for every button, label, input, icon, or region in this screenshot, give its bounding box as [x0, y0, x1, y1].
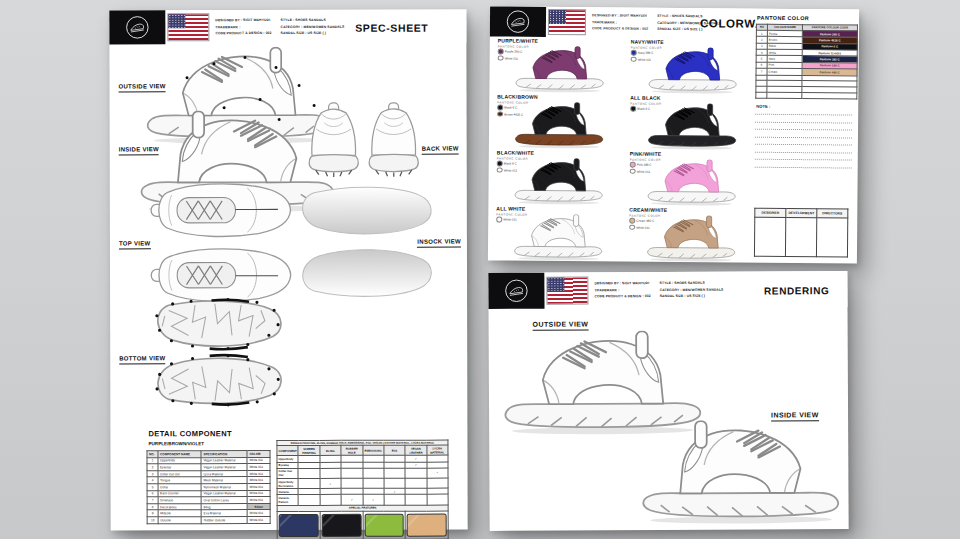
colorway-shoe-illustration — [630, 47, 755, 95]
colorway-card: NAVY/WHITEPANTONE COLORNavy 286 CWhite 0… — [630, 39, 755, 96]
meta-designed-by: DESIGNED BY : SIGIT WAHYUDI — [592, 14, 648, 19]
material-swatch — [407, 513, 447, 536]
bottom-view-illustration — [148, 353, 288, 407]
brand-shoe-logo-icon — [505, 9, 531, 35]
matrix-row: Outsole Pattern✓✓ — [277, 494, 448, 505]
colorway-name: ALL BLACK — [630, 95, 755, 102]
brand-shoe-logo-icon — [503, 278, 529, 304]
colorways-grid: PURPLE/WHITEPANTONE COLORPurple 260 CWhi… — [496, 37, 756, 263]
colorway-name: PURPLE/WHITE — [498, 37, 623, 44]
material-matrix-table: SCREEN PRINTING, BLING, RUBBER HOLE, EMB… — [276, 440, 448, 539]
meta-category: CATEGORY : MEN/WOMEN SANDALS — [660, 287, 724, 292]
top-view-illustration — [148, 178, 294, 242]
material-swatch — [279, 514, 319, 537]
specsheet-title: SPEC-SHEET — [355, 22, 428, 34]
colorway-card: CREAM/WHITEPANTONE COLORCream 480 CWhite… — [629, 207, 754, 264]
pantone-table: NOCOLOUR NAMEPANTONE COLOUR CODE1PurpleP… — [755, 23, 858, 100]
material-swatch — [321, 513, 361, 536]
meta-trademark: TRADEMARK : — [594, 288, 650, 293]
colorway-card: ALL BLACKPANTONE COLORBlack 6 C — [630, 95, 755, 152]
us-flag-icon — [549, 10, 585, 34]
component-row: 10OutsoleRubber OutsoleWhite 011 — [147, 516, 270, 523]
detail-component-heading: DETAIL COMPONENT — [148, 429, 232, 438]
rendering-inside-shoe — [637, 419, 843, 526]
detail-colorway-subheading: PURPLE/BROWN/VIOLET — [148, 441, 204, 446]
back-view-illustration — [366, 96, 422, 186]
colorway-card: BLACK/BROWNPANTONE COLORBlack 6 CBrown 4… — [497, 93, 622, 150]
colorway-shoe-illustration — [497, 101, 622, 149]
insock-view-illustration — [292, 181, 438, 241]
note-lines — [754, 111, 852, 208]
specsheet-page: DESIGNED BY : SIGIT WAHYUDI TRADEMARK : … — [109, 10, 467, 531]
brand-shoe-logo-icon — [124, 14, 150, 40]
meta-designed-by: DESIGNED BY : SIGIT WAHYUDI — [215, 18, 271, 23]
colorway-name: NAVY/WHITE — [631, 39, 756, 46]
meta-style: STYLE : SHOES SANDALS — [660, 281, 724, 286]
header-meta: DESIGNED BY : SIGIT WAHYUDI TRADEMARK : … — [215, 18, 344, 36]
signoff-label: DEVELOPMENT — [786, 208, 817, 217]
presentation-background: DESIGNED BY : SIGIT WAHYUDI TRADEMARK : … — [0, 0, 960, 539]
matrix-row: Collar Cut Out✓ — [277, 468, 448, 479]
colorway-card: PINK/WHITEPANTONE COLORPink 189 CWhite 0… — [629, 151, 754, 208]
brand-bar — [490, 6, 546, 36]
meta-size: SANDAL SIZE : US SIZE ( ) — [281, 31, 345, 36]
rendering-page: DESIGNED BY : SIGIT WAHYUDI TRADEMARK : … — [488, 271, 848, 531]
rendering-outside-view-label: OUTSIDE VIEW — [533, 320, 589, 330]
meta-code-product: CODE PRODUCT & DESIGN : 002 — [594, 294, 650, 299]
meta-style: STYLE : SHOES SANDALS — [281, 18, 345, 23]
pantone-panel-title: PANTONE COLOR — [757, 15, 853, 22]
colorway-name: ALL WHITE — [496, 205, 621, 212]
us-flag-icon — [547, 277, 587, 303]
signoff-label: DESIGNER — [755, 208, 786, 217]
back-view-label: BACK VIEW — [422, 146, 459, 155]
meta-trademark: TRADEMARK : — [592, 20, 648, 25]
us-flag-icon — [168, 14, 208, 40]
colorway-shoe-illustration — [629, 215, 754, 263]
bottom-view-illustration — [148, 297, 288, 351]
brand-bar — [488, 273, 544, 309]
brand-bar — [109, 10, 165, 44]
colorway-card: PURPLE/WHITEPANTONE COLORPurple 260 CWhi… — [497, 37, 622, 94]
pantone-panel: PANTONE COLOR NOCOLOUR NAMEPANTONE COLOU… — [754, 13, 853, 260]
component-table: NO.COMPONENT NAMESPECIFICATIONCOLOR1Uppe… — [146, 450, 270, 524]
signoff-boxes: DESIGNERDEVELOPMENTDIRECTORS — [754, 208, 851, 258]
colorway-shoe-illustration — [497, 45, 622, 93]
signoff-space — [816, 218, 847, 257]
colorway-name: PINK/WHITE — [630, 151, 755, 158]
note-label: NOTE : — [756, 104, 852, 110]
colorways-page: DESIGNED BY : SIGIT WAHYUDI TRADEMARK : … — [488, 6, 859, 263]
signoff-space — [785, 217, 816, 256]
colorway-shoe-illustration — [629, 159, 754, 207]
meta-code-product: CODE PRODUCT & DESIGN : 002 — [215, 31, 271, 36]
meta-category: CATEGORY : MEN/WOMEN SANDALS — [281, 24, 345, 29]
signoff-label: DIRECTORS — [817, 209, 848, 218]
colorway-name: CREAM/WHITE — [629, 207, 754, 214]
signoff-space — [754, 217, 785, 256]
matrix-row: Upperbody Decoration✓ — [277, 478, 448, 489]
insock-view-illustration — [292, 243, 438, 303]
material-swatch — [364, 513, 404, 536]
back-view-illustration — [306, 96, 362, 186]
colorway-card: ALL WHITEPANTONE COLORWhite 011 — [496, 205, 621, 262]
meta-designed-by: DESIGNED BY : SIGIT WAHYUDI — [594, 281, 650, 286]
rendering-title: RENDERING — [764, 285, 829, 296]
colorway-shoe-illustration — [630, 103, 755, 151]
header-meta: DESIGNED BY : SIGIT WAHYUDI TRADEMARK : … — [594, 281, 723, 299]
top-view-label: TOP VIEW — [119, 240, 151, 249]
meta-trademark: TRADEMARK : — [215, 25, 271, 30]
colorway-card: BLACK/WHITEPANTONE COLORBlack 6 CWhite 0… — [496, 149, 621, 206]
meta-code-product: CODE PRODUCT & DESIGN : 002 — [592, 26, 648, 31]
meta-size: SANDAL SIZE : US SIZE ( ) — [660, 294, 724, 299]
colorway-shoe-illustration — [496, 213, 621, 261]
colorway-shoe-illustration — [496, 157, 621, 205]
colorway-name: BLACK/WHITE — [497, 149, 622, 156]
colorway-name: BLACK/BROWN — [497, 93, 622, 100]
